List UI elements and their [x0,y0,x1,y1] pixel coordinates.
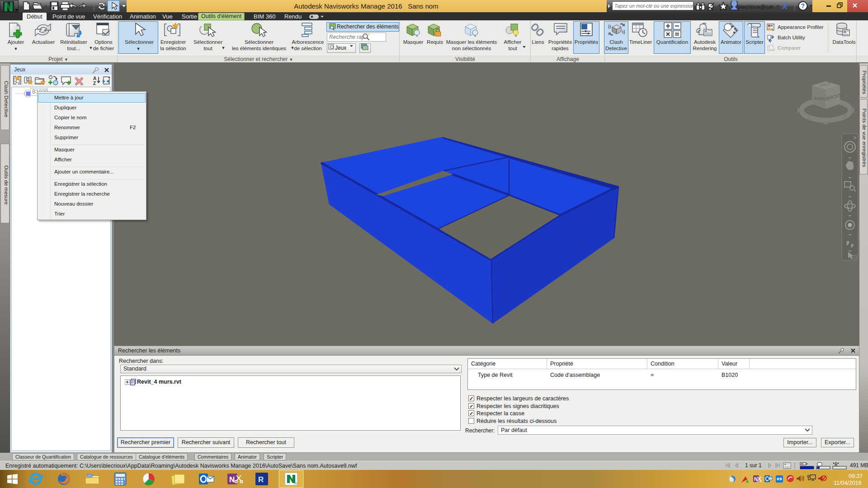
svg-text:09:27: 09:27 [849,473,863,479]
svg-text:blecrioux@car...: blecrioux@car... [737,4,778,10]
svg-text:E: E [844,113,847,118]
svg-text:Z: Z [93,81,96,86]
svg-text:m: m [294,481,297,485]
svg-text:N: N [229,475,235,484]
svg-text:R: R [258,475,264,484]
svg-text:A: A [93,76,96,81]
svg-text:?: ? [801,2,805,9]
svg-text:S: S [807,115,810,121]
svg-text:491 MB: 491 MB [850,462,868,469]
svg-text:1 sur 1: 1 sur 1 [745,462,762,469]
svg-text:X: X [782,2,788,11]
svg-text:11/04/2016: 11/04/2016 [834,480,862,486]
